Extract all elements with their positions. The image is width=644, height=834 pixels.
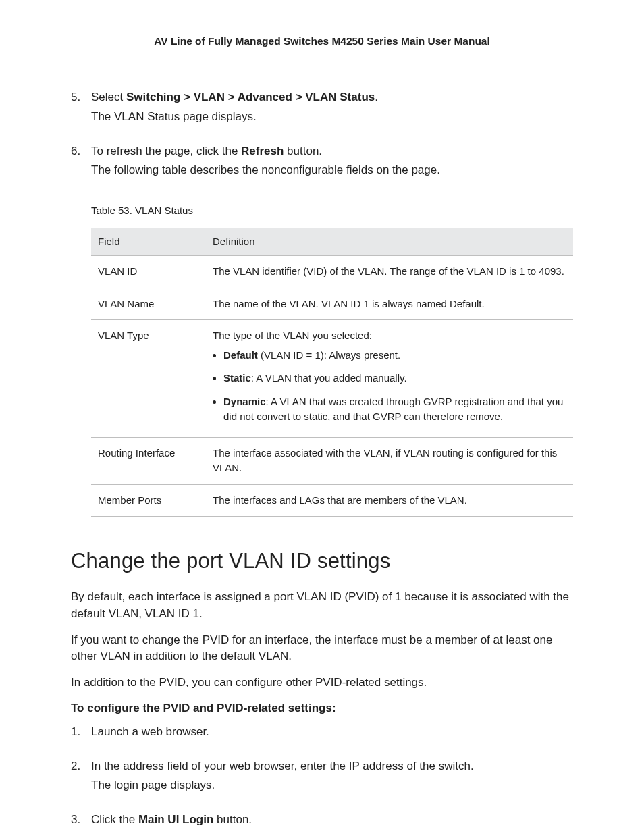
field-cell: VLAN ID (91, 256, 206, 288)
list-body: To refresh the page, click the Refresh b… (91, 143, 573, 179)
table-row: Member Ports The interfaces and LAGs tha… (91, 484, 573, 517)
field-cell: VLAN Name (91, 288, 206, 320)
list-item: 3. Click the Main UI Login button. The m… (71, 812, 573, 834)
text: Click the (91, 813, 138, 826)
bullet-item: Static: A VLAN that you added manually. (223, 371, 566, 386)
column-header-definition: Definition (206, 228, 573, 256)
text: Select (91, 90, 126, 103)
text: : A VLAN that was created through GVRP r… (223, 396, 563, 423)
table-row: VLAN Name The name of the VLAN. VLAN ID … (91, 288, 573, 320)
table-row: VLAN ID The VLAN identifier (VID) of the… (91, 256, 573, 288)
field-cell: VLAN Type (91, 320, 206, 438)
term: Static (223, 372, 251, 384)
definition-cell: The name of the VLAN. VLAN ID 1 is alway… (206, 288, 573, 320)
text: Launch a web browser. (91, 724, 573, 741)
text: The VLAN Status page displays. (91, 109, 573, 126)
table-row: VLAN Type The type of the VLAN you selec… (91, 320, 573, 438)
text: The login page displays. (91, 777, 573, 794)
term: Default (223, 349, 258, 361)
section-heading: Change the port VLAN ID settings (71, 546, 573, 577)
list-body: Click the Main UI Login button. The main… (91, 812, 573, 834)
running-header: AV Line of Fully Managed Switches M4250 … (71, 34, 573, 49)
button-name: Refresh (241, 145, 284, 157)
list-body: Select Switching > VLAN > Advanced > VLA… (91, 89, 573, 125)
text: The following table describes the noncon… (91, 162, 573, 179)
list-item: 5. Select Switching > VLAN > Advanced > … (71, 89, 573, 125)
column-header-field: Field (91, 228, 206, 256)
button-name: Main UI Login (138, 813, 213, 826)
list-number: 2. (71, 758, 91, 794)
definition-cell: The VLAN identifier (VID) of the VLAN. T… (206, 256, 573, 288)
vlan-status-table: Field Definition VLAN ID The VLAN identi… (91, 228, 573, 517)
term: Dynamic (223, 396, 266, 407)
table-row: Routing Interface The interface associat… (91, 437, 573, 484)
list-item: 6. To refresh the page, click the Refres… (71, 143, 573, 179)
list-item: 2. In the address field of your web brow… (71, 758, 573, 794)
bullet-item: Dynamic: A VLAN that was created through… (223, 394, 566, 425)
bullet-list: Default (VLAN ID = 1): Always present. S… (213, 348, 566, 425)
table-caption: Table 53. VLAN Status (91, 203, 573, 218)
bullet-item: Default (VLAN ID = 1): Always present. (223, 348, 566, 363)
procedure-list-continued: 5. Select Switching > VLAN > Advanced > … (71, 89, 573, 179)
text: In the address field of your web browser… (91, 758, 573, 775)
procedure-list: 1. Launch a web browser. 2. In the addre… (71, 724, 573, 834)
paragraph: By default, each interface is assigned a… (71, 589, 573, 622)
paragraph: In addition to the PVID, you can configu… (71, 675, 573, 692)
text: The main UI login page displays in a new… (91, 831, 573, 834)
text: (VLAN ID = 1): Always present. (258, 349, 400, 361)
list-number: 1. (71, 724, 91, 741)
definition-cell: The type of the VLAN you selected: Defau… (206, 320, 573, 438)
list-item: 1. Launch a web browser. (71, 724, 573, 741)
list-body: Launch a web browser. (91, 724, 573, 741)
field-cell: Routing Interface (91, 437, 206, 484)
list-body: In the address field of your web browser… (91, 758, 573, 794)
table-header-row: Field Definition (91, 228, 573, 256)
procedure-lead-in: To configure the PVID and PVID-related s… (71, 700, 573, 717)
definition-cell: The interface associated with the VLAN, … (206, 437, 573, 484)
definition-cell: The interfaces and LAGs that are members… (206, 484, 573, 517)
document-page: AV Line of Fully Managed Switches M4250 … (0, 34, 644, 834)
field-cell: Member Ports (91, 484, 206, 517)
list-number: 6. (71, 143, 91, 179)
text: To refresh the page, click the (91, 145, 241, 157)
list-number: 5. (71, 89, 91, 125)
text: button. (213, 813, 252, 826)
text: : A VLAN that you added manually. (251, 372, 407, 384)
list-number: 3. (71, 812, 91, 834)
text: button. (284, 145, 322, 157)
paragraph: If you want to change the PVID for an in… (71, 632, 573, 665)
text: The type of the VLAN you selected: (213, 328, 566, 344)
nav-path: Switching > VLAN > Advanced > VLAN Statu… (126, 90, 375, 103)
text: . (375, 90, 378, 103)
